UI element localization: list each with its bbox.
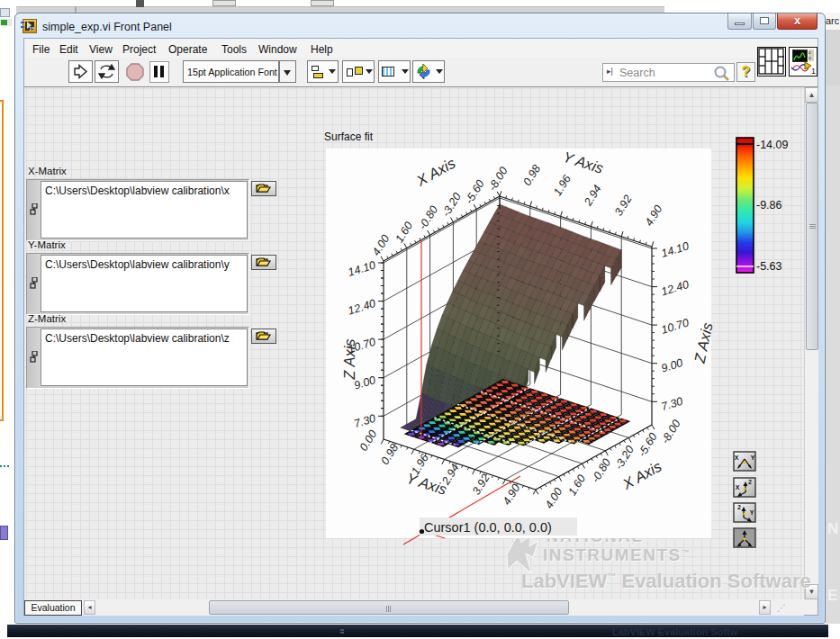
svg-text:2: 2 <box>737 504 741 510</box>
svg-text:Y: Y <box>751 454 755 461</box>
svg-text:-14.09: -14.09 <box>756 139 788 151</box>
svg-text:Y: Y <box>750 509 754 516</box>
svg-text:-5.63: -5.63 <box>756 260 782 273</box>
svg-text:-9.86: -9.86 <box>756 199 782 212</box>
svg-text:X: X <box>735 454 739 461</box>
svg-text:X: X <box>736 484 740 490</box>
svg-text:2: 2 <box>748 479 752 485</box>
svg-text:Z Axis: Z Axis <box>341 338 357 380</box>
svg-text:Cursor1 (0.0, 0.0, 0.0): Cursor1 (0.0, 0.0, 0.0) <box>424 520 552 535</box>
svg-text:Surface fit: Surface fit <box>324 130 374 143</box>
